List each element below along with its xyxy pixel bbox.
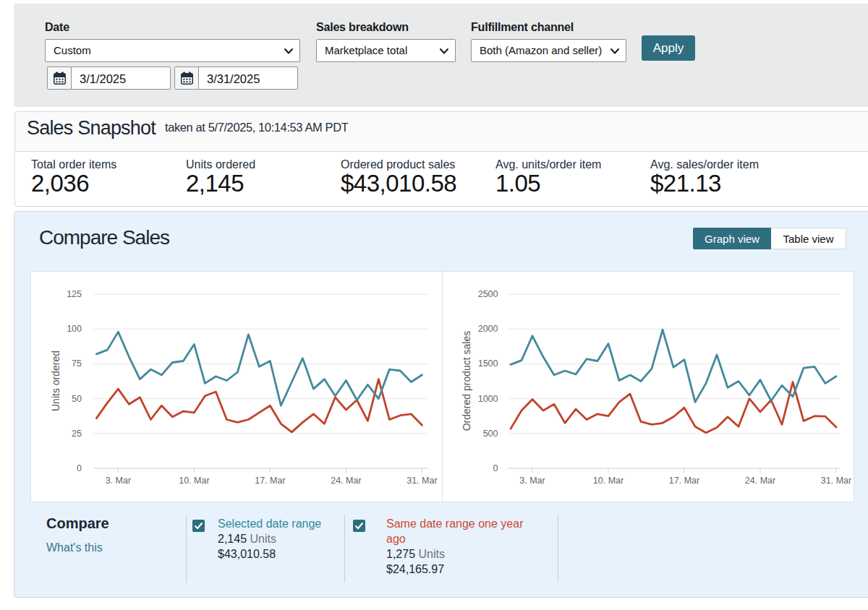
svg-text:75: 75 bbox=[72, 358, 82, 369]
svg-text:Ordered product sales: Ordered product sales bbox=[461, 331, 472, 431]
svg-text:3. Mar: 3. Mar bbox=[106, 476, 131, 486]
svg-text:10. Mar: 10. Mar bbox=[179, 476, 209, 486]
svg-text:2000: 2000 bbox=[478, 324, 498, 334]
svg-text:24. Mar: 24. Mar bbox=[331, 476, 361, 486]
svg-text:17. Mar: 17. Mar bbox=[669, 476, 699, 486]
svg-text:1000: 1000 bbox=[478, 394, 498, 404]
svg-text:500: 500 bbox=[483, 429, 498, 439]
svg-text:31. Mar: 31. Mar bbox=[821, 476, 851, 486]
svg-text:3. Mar: 3. Mar bbox=[519, 476, 545, 486]
svg-text:1500: 1500 bbox=[478, 358, 498, 369]
svg-text:31. Mar: 31. Mar bbox=[407, 476, 437, 486]
svg-text:24. Mar: 24. Mar bbox=[745, 476, 775, 486]
svg-text:10. Mar: 10. Mar bbox=[593, 476, 624, 486]
svg-text:17. Mar: 17. Mar bbox=[255, 476, 285, 486]
svg-text:0: 0 bbox=[77, 463, 82, 473]
svg-text:50: 50 bbox=[72, 394, 82, 404]
svg-text:Units ordered: Units ordered bbox=[50, 351, 61, 411]
svg-text:0: 0 bbox=[493, 463, 498, 473]
svg-text:100: 100 bbox=[67, 324, 82, 334]
svg-text:2500: 2500 bbox=[478, 289, 498, 299]
svg-text:125: 125 bbox=[67, 289, 82, 299]
svg-text:25: 25 bbox=[72, 429, 82, 439]
